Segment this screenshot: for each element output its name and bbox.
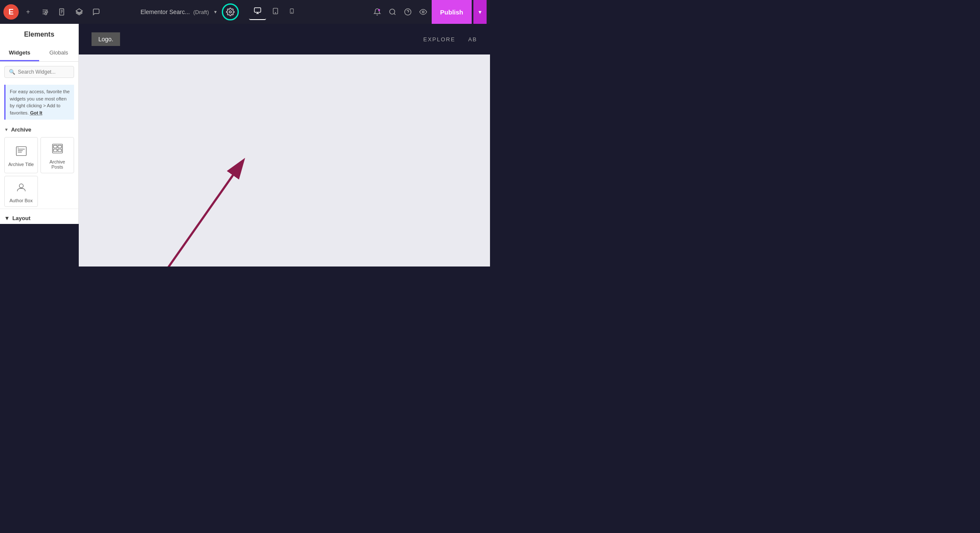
- customize-button[interactable]: [37, 4, 53, 20]
- layers-button[interactable]: [72, 4, 87, 20]
- publish-dropdown-button[interactable]: ▾: [473, 0, 487, 24]
- device-switcher: [249, 4, 299, 20]
- svg-rect-11: [254, 8, 261, 12]
- main-layout: Elements Widgets Globals 🔍 For easy acce…: [0, 24, 490, 266]
- sidebar-container: Elements Widgets Globals 🔍 For easy acce…: [0, 24, 79, 266]
- widget-archive-posts[interactable]: Archive Posts: [40, 137, 74, 173]
- elementor-logo[interactable]: E: [3, 4, 19, 20]
- svg-point-4: [45, 13, 47, 15]
- search-widget-input[interactable]: [18, 69, 69, 75]
- tab-globals[interactable]: Globals: [39, 45, 78, 61]
- blog-title: Blog Name: [220, 263, 349, 267]
- search-button[interactable]: [386, 5, 399, 19]
- svg-point-19: [390, 9, 395, 14]
- elements-title: Elements: [7, 31, 72, 38]
- preview-nav-links: EXPLORE AB: [423, 36, 477, 43]
- notification-button[interactable]: [370, 5, 384, 19]
- settings-button[interactable]: [222, 3, 239, 20]
- svg-rect-33: [58, 149, 61, 152]
- add-element-button[interactable]: +: [20, 4, 36, 20]
- search-widget-box[interactable]: 🔍: [4, 66, 74, 78]
- sidebar-header: Elements: [0, 24, 78, 45]
- document-button[interactable]: [54, 4, 70, 20]
- preview-content: Blog Name A short description introducin…: [79, 54, 490, 266]
- layout-chevron-icon: ▼: [4, 215, 10, 221]
- help-button[interactable]: [401, 5, 415, 19]
- top-toolbar: E + Elementor Searc... (Draft) ▾: [0, 0, 490, 24]
- got-it-link[interactable]: Got It: [30, 110, 43, 115]
- nav-explore: EXPLORE: [423, 36, 455, 43]
- draft-label: (Draft): [193, 9, 209, 15]
- tablet-button[interactable]: [268, 4, 283, 20]
- svg-line-20: [394, 13, 395, 14]
- page-title: Elementor Searc...: [140, 9, 190, 15]
- svg-text:T: T: [17, 147, 18, 149]
- svg-point-23: [422, 11, 424, 13]
- archive-title-icon: T: [15, 145, 27, 159]
- svg-point-15: [275, 12, 275, 13]
- author-box-icon: [15, 181, 27, 195]
- nav-about: AB: [468, 36, 477, 43]
- svg-point-10: [229, 11, 231, 13]
- comments-button[interactable]: [89, 4, 104, 20]
- sidebar: Elements Widgets Globals 🔍 For easy acce…: [0, 24, 79, 224]
- canvas-area: Logo. EXPLORE AB Blog Name A short descr…: [79, 24, 490, 266]
- svg-rect-31: [58, 145, 61, 148]
- preview-container: Logo. EXPLORE AB Blog Name A short descr…: [79, 24, 490, 266]
- archive-widgets-grid: T Archive Title: [0, 135, 78, 209]
- archive-section-header[interactable]: ▼ Archive: [0, 122, 78, 135]
- title-dropdown-button[interactable]: ▾: [212, 8, 218, 16]
- publish-button[interactable]: Publish: [432, 0, 472, 24]
- preview-button[interactable]: [416, 5, 430, 19]
- widget-author-box[interactable]: Author Box: [4, 176, 38, 207]
- svg-point-17: [292, 12, 292, 12]
- svg-rect-32: [53, 149, 57, 152]
- search-icon: 🔍: [9, 69, 15, 75]
- tip-box: For easy access, favorite the widgets yo…: [4, 85, 74, 120]
- tab-widgets[interactable]: Widgets: [0, 45, 39, 61]
- mobile-button[interactable]: [285, 4, 299, 20]
- svg-point-34: [19, 184, 23, 188]
- archive-title-label: Archive Title: [9, 162, 34, 167]
- svg-point-18: [378, 9, 380, 11]
- toolbar-center: Elementor Searc... (Draft) ▾: [140, 3, 299, 20]
- preview-navbar: Logo. EXPLORE AB: [79, 24, 490, 54]
- widget-archive-title[interactable]: T Archive Title: [4, 137, 38, 173]
- svg-point-3: [46, 11, 48, 13]
- author-box-label: Author Box: [9, 198, 32, 203]
- archive-chevron-icon: ▼: [4, 127, 9, 132]
- sidebar-tabs: Widgets Globals: [0, 45, 78, 62]
- preview-logo-button[interactable]: Logo.: [92, 32, 120, 46]
- svg-rect-30: [53, 145, 57, 148]
- archive-posts-icon: [52, 143, 63, 157]
- desktop-button[interactable]: [249, 4, 266, 20]
- toolbar-right: Publish ▾: [370, 0, 487, 24]
- archive-posts-label: Archive Posts: [44, 159, 70, 169]
- layout-section-header[interactable]: ▼ Layout: [0, 209, 78, 224]
